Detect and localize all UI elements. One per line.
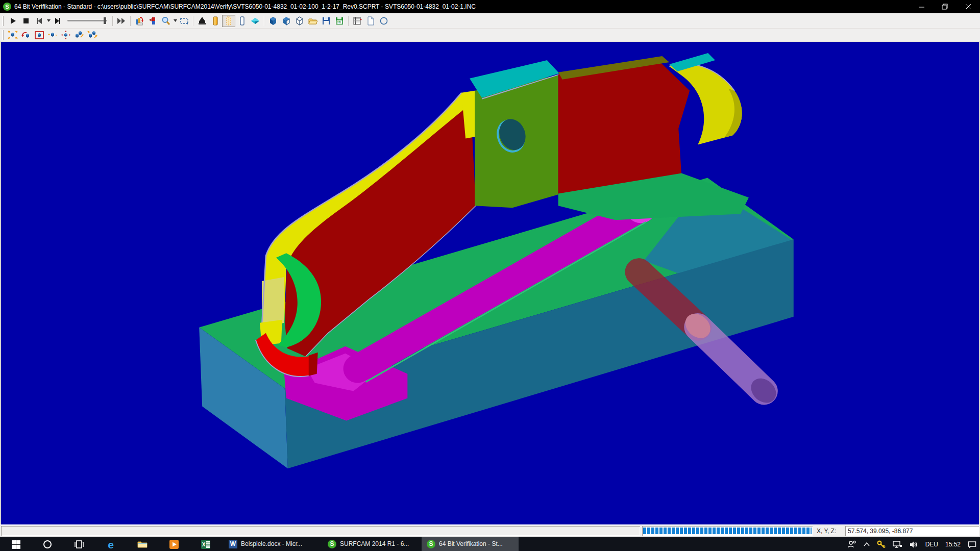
zoom-magnifier-button[interactable]	[159, 15, 173, 27]
chevron-down-icon	[174, 19, 177, 22]
surface-colors-button[interactable]	[249, 15, 262, 27]
view-previous-button[interactable]	[72, 29, 86, 41]
taskbar-button-surfcam[interactable]: S SURFCAM 2014 R1 - 6...	[323, 537, 420, 551]
svg-text:STL: STL	[337, 20, 342, 23]
skip-to-end-button[interactable]	[51, 15, 64, 27]
open-file-button[interactable]	[306, 15, 320, 27]
stock-shaded-button[interactable]	[266, 15, 280, 27]
network-icon	[893, 541, 902, 548]
tool-wireframe-button[interactable]	[235, 15, 249, 27]
file-explorer-button[interactable]	[127, 537, 158, 551]
start-button[interactable]	[0, 537, 32, 551]
coordinate-readout: 57.574, 39.095, -86.877	[845, 526, 979, 536]
skip-to-end-icon	[54, 17, 62, 25]
play-options-dropdown[interactable]	[46, 15, 51, 27]
speed-override-icon	[149, 16, 157, 26]
tool-translucent-button[interactable]	[222, 15, 235, 27]
excel-icon: X	[201, 540, 210, 549]
view-toolbar	[0, 29, 980, 42]
zoom-dropdown[interactable]	[173, 15, 178, 27]
movies-tv-button[interactable]	[158, 537, 190, 551]
word-icon: W	[229, 540, 237, 548]
report-grid-button[interactable]	[351, 15, 364, 27]
separator	[112, 16, 113, 26]
pan-view-button[interactable]	[46, 29, 59, 41]
circle-icon	[379, 16, 388, 26]
cortana-ring-icon	[43, 540, 52, 549]
stock-half-wire-button[interactable]	[280, 15, 293, 27]
stock-wireframe-button[interactable]	[293, 15, 306, 27]
restore-button[interactable]	[933, 0, 957, 13]
people-button[interactable]	[844, 537, 860, 551]
edge-icon: e	[108, 539, 114, 550]
skip-to-start-button[interactable]	[33, 15, 46, 27]
zoom-extents-button[interactable]	[6, 29, 19, 41]
speed-slider-handle[interactable]	[104, 17, 106, 24]
rotate-view-icon	[21, 31, 31, 40]
speed-slider[interactable]	[67, 20, 107, 21]
language-indicator[interactable]: DEU	[922, 537, 942, 551]
circle-select-button[interactable]	[377, 15, 390, 27]
save-stl-button[interactable]: STL	[333, 15, 346, 27]
svg-text:X: X	[202, 542, 206, 547]
people-icon	[847, 540, 856, 548]
task-view-button[interactable]	[63, 537, 95, 551]
title-bar: S 64 Bit Verifikation - Standard - c:\us…	[0, 0, 980, 13]
surfcam-icon: S	[427, 540, 435, 548]
search-button[interactable]	[32, 537, 63, 551]
action-center-icon	[968, 541, 976, 548]
spindle-cone-button[interactable]	[195, 15, 209, 27]
rotate-view-button[interactable]	[19, 29, 33, 41]
stop-icon	[22, 17, 30, 25]
stop-button[interactable]	[19, 15, 33, 27]
playback-toolbar: STL	[0, 13, 980, 29]
leg-red-side	[309, 353, 318, 376]
close-button[interactable]	[957, 0, 980, 13]
toolbar-grip[interactable]	[2, 30, 4, 40]
minimize-button[interactable]	[910, 0, 933, 13]
tool-holder-solid-icon	[212, 16, 218, 26]
repeat-region-icon	[179, 17, 189, 25]
dynamic-pan-icon	[61, 31, 70, 40]
view-exchange-button[interactable]	[86, 29, 99, 41]
repeat-region-button[interactable]	[178, 15, 191, 27]
edge-button[interactable]: e	[95, 537, 127, 551]
taskbar-button-label: SURFCAM 2014 R1 - 6...	[340, 540, 409, 547]
tool-change-report-button[interactable]	[133, 15, 146, 27]
status-bar: X, Y, Z: 57.574, 39.095, -86.877	[0, 524, 980, 537]
new-document-button[interactable]	[364, 15, 377, 27]
spindle-cone-icon	[198, 16, 206, 26]
tool-change-report-icon	[135, 16, 144, 26]
window-title: 64 Bit Verifikation - Standard - c:\user…	[14, 3, 476, 10]
verify-3d-viewport[interactable]	[0, 42, 980, 524]
network-button[interactable]	[889, 537, 906, 551]
fast-forward-button[interactable]	[115, 15, 128, 27]
save-file-button[interactable]	[320, 15, 333, 27]
speed-override-button[interactable]	[146, 15, 159, 27]
toolbar-grip[interactable]	[2, 16, 4, 26]
chevron-up-icon	[864, 542, 870, 546]
magnifier-icon	[161, 16, 170, 26]
taskbar-button-verify-active[interactable]: S 64 Bit Verifikation - St...	[422, 537, 519, 551]
view-exchange-icon	[87, 31, 97, 40]
excel-button[interactable]: X	[190, 537, 222, 551]
volume-button[interactable]	[906, 537, 922, 551]
tool-holder-solid-button[interactable]	[209, 15, 222, 27]
tool-translucent-icon	[226, 16, 232, 26]
window-controls	[910, 0, 980, 13]
license-key-button[interactable]	[873, 537, 889, 551]
application-window: S 64 Bit Verifikation - Standard - c:\us…	[0, 0, 980, 551]
dynamic-pan-button[interactable]	[59, 29, 72, 41]
separator	[193, 16, 193, 26]
key-icon	[877, 540, 886, 549]
taskbar-button-label: Beispiele.docx - Micr...	[241, 540, 302, 547]
zoom-window-button[interactable]	[33, 29, 46, 41]
time-label: 15:52	[945, 541, 961, 548]
stock-shaded-icon	[268, 16, 278, 26]
taskbar-button-word[interactable]: W Beispiele.docx - Micr...	[224, 537, 321, 551]
play-button[interactable]	[6, 15, 19, 27]
tray-expand-button[interactable]	[860, 537, 873, 551]
action-center-button[interactable]	[964, 537, 980, 551]
clock-indicator[interactable]: 15:52	[942, 537, 964, 551]
play-icon	[9, 17, 17, 25]
